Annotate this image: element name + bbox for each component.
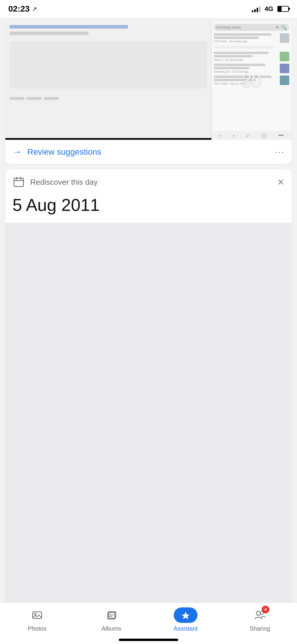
photos-icon (29, 607, 45, 623)
main-content: winnipeg stroke ✕ 🔍 CTV News · 45 minute… (0, 18, 297, 612)
preview-search: winnipeg stroke ✕ 🔍 (214, 24, 289, 31)
location-icon: ↗ (32, 5, 37, 12)
calendar-icon (12, 176, 25, 188)
review-label: Review suggestions (27, 147, 101, 157)
rediscover-date: 5 Aug 2011 (5, 192, 292, 223)
news-thumb-3 (280, 64, 289, 73)
svg-rect-4 (33, 612, 42, 618)
sharing-icon: 4 (252, 607, 268, 623)
preview-bottom-bar (5, 138, 211, 140)
preview-line-1 (10, 25, 128, 29)
arrow-right-icon: → (12, 146, 22, 157)
nav-label-sharing: Sharing (250, 625, 270, 632)
news-item-2: News 4 · 16 minutes ago (214, 52, 289, 61)
nav-label-assistant: Assistant (173, 625, 198, 632)
rediscover-card: Rediscover this day ✕ 5 Aug 2011 (5, 169, 292, 609)
nav-item-sharing[interactable]: 4 Sharing (223, 607, 297, 632)
review-left: → Review suggestions (12, 146, 101, 157)
close-button[interactable]: ✕ (277, 177, 285, 187)
nav-item-albums[interactable]: Albums (74, 607, 148, 632)
status-bar: 02:23 ↗ 4G (0, 0, 297, 18)
rediscover-left: Rediscover this day (12, 176, 98, 188)
bottom-nav: Photos Albums Assistant (0, 602, 297, 644)
review-row[interactable]: → Review suggestions ··· (5, 140, 292, 164)
assistant-icon-bg (174, 607, 198, 623)
network-type: 4G (265, 5, 273, 13)
preview-right: winnipeg stroke ✕ 🔍 CTV News · 45 minute… (211, 21, 292, 140)
albums-icon (104, 607, 119, 623)
rediscover-photo-area (5, 223, 292, 609)
rediscover-header: Rediscover this day ✕ (5, 169, 292, 192)
svg-rect-0 (14, 178, 23, 187)
more-options-button[interactable]: ··· (275, 147, 285, 157)
preview-line-2 (10, 32, 89, 35)
news-thumb-2 (280, 52, 289, 61)
news-item-1: CTV News · 45 minutes ago (214, 33, 289, 43)
svg-point-5 (34, 613, 36, 615)
preview-dots (10, 97, 207, 100)
preview-left (5, 21, 211, 140)
nav-item-photos[interactable]: Photos (0, 607, 74, 632)
status-right: 4G (252, 5, 289, 13)
related-divider (214, 46, 274, 49)
nav-label-photos: Photos (28, 625, 46, 632)
nav-label-albums: Albums (102, 625, 121, 632)
news-thumb-4 (280, 76, 289, 85)
home-indicator (119, 639, 178, 641)
screenshot-preview: winnipeg stroke ✕ 🔍 CTV News · 45 minute… (5, 21, 292, 140)
rediscover-title: Rediscover this day (30, 178, 98, 187)
sharing-badge: 4 (262, 606, 269, 613)
svg-marker-10 (181, 612, 190, 619)
battery-icon (277, 6, 289, 12)
preview-main-area (10, 41, 207, 89)
signal-bars (252, 6, 260, 12)
news-thumb-1 (280, 33, 289, 43)
status-time: 02:23 ↗ (8, 4, 37, 14)
nav-item-assistant[interactable]: Assistant (148, 607, 223, 632)
photo-count-overlay: 30 (242, 70, 262, 91)
review-suggestions-card: winnipeg stroke ✕ 🔍 CTV News · 45 minute… (5, 21, 292, 164)
svg-point-11 (256, 611, 260, 615)
browser-bar: ‹ › ⌕ ⬜ ••• (211, 131, 292, 140)
